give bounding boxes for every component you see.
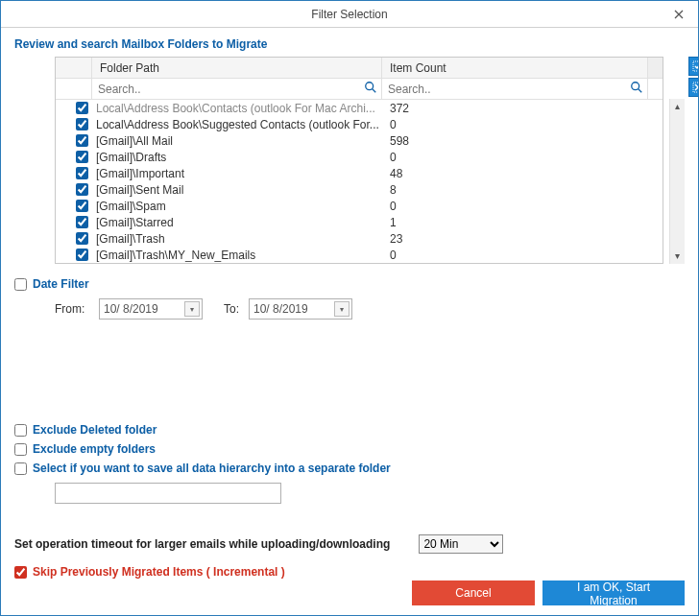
date-filter-checkbox[interactable]: [14, 278, 27, 291]
item-count-cell: 0: [382, 200, 647, 213]
row-checkbox[interactable]: [76, 200, 88, 212]
exclude-empty-checkbox[interactable]: [14, 443, 27, 456]
item-count-cell: 8: [382, 183, 647, 197]
col-folder-path[interactable]: Folder Path: [92, 58, 382, 78]
calendar-dropdown-icon[interactable]: ▾: [184, 301, 200, 317]
scroll-down-icon[interactable]: ▾: [675, 249, 680, 264]
folder-path-cell: [Gmail]\Important: [92, 167, 382, 180]
titlebar: Filter Selection: [1, 1, 698, 28]
row-checkbox[interactable]: [76, 216, 88, 228]
date-to-input[interactable]: 10/ 8/2019 ▾: [249, 298, 352, 320]
table-row[interactable]: [Gmail]\Drafts0: [56, 149, 663, 165]
item-count-cell: 0: [382, 151, 647, 164]
svg-point-2: [632, 83, 639, 90]
search-folder-input[interactable]: [92, 83, 381, 96]
search-icon[interactable]: [364, 81, 377, 97]
folder-path-cell: [Gmail]\All Mail: [92, 134, 382, 148]
svg-rect-5: [693, 83, 699, 92]
row-checkbox[interactable]: [76, 102, 88, 114]
item-count-cell: 372: [382, 102, 647, 115]
svg-line-3: [639, 89, 642, 93]
folder-grid: Folder Path Item Count: [55, 57, 663, 264]
skip-migrated-label: Skip Previously Migrated Items ( Increme…: [33, 565, 285, 579]
exclude-deleted-checkbox[interactable]: [14, 424, 27, 437]
svg-line-1: [373, 89, 376, 93]
separate-folder-checkbox[interactable]: [14, 462, 27, 475]
vertical-scrollbar[interactable]: ▴ ▾: [669, 99, 685, 264]
table-row[interactable]: [Gmail]\Sent Mail8: [56, 181, 663, 198]
item-count-cell: 1: [382, 216, 647, 229]
table-row[interactable]: Local\Address Book\Suggested Contacts (o…: [56, 116, 663, 132]
date-filter-label: Date Filter: [33, 277, 89, 291]
separate-folder-input[interactable]: [55, 483, 281, 504]
cancel-button[interactable]: Cancel: [412, 580, 535, 605]
timeout-label: Set operation timeout for larger emails …: [14, 537, 390, 551]
close-icon: [674, 10, 684, 19]
folder-path-cell: [Gmail]\Spam: [92, 200, 382, 213]
row-checkbox[interactable]: [76, 134, 88, 147]
folder-path-cell: Local\Address Book\Suggested Contacts (o…: [92, 118, 382, 131]
col-item-count[interactable]: Item Count: [382, 58, 647, 78]
svg-point-0: [366, 83, 374, 90]
row-checkbox[interactable]: [76, 167, 88, 179]
from-label: From:: [55, 302, 89, 316]
table-row[interactable]: [Gmail]\Trash23: [56, 230, 663, 247]
date-from-input[interactable]: 10/ 8/2019 ▾: [99, 298, 203, 320]
start-migration-button[interactable]: I am OK, Start Migration: [542, 580, 685, 605]
item-count-cell: 0: [382, 249, 647, 262]
row-checkbox[interactable]: [76, 118, 88, 130]
table-row[interactable]: Local\Address Book\Contacts (outlook For…: [56, 100, 663, 116]
to-label: To:: [212, 302, 239, 316]
select-all-button[interactable]: [688, 57, 699, 76]
item-count-cell: 598: [382, 134, 647, 148]
table-row[interactable]: [Gmail]\Trash\MY_New_Emails0: [56, 247, 663, 263]
window-title: Filter Selection: [311, 8, 387, 21]
item-count-cell: 23: [382, 232, 647, 246]
folder-path-cell: [Gmail]\Drafts: [92, 151, 382, 164]
folder-path-cell: [Gmail]\Trash\MY_New_Emails: [92, 249, 382, 262]
table-row[interactable]: [Gmail]\Starred1: [56, 214, 663, 230]
check-all-icon: [692, 60, 699, 72]
row-checkbox[interactable]: [76, 249, 88, 261]
search-count-input[interactable]: [382, 83, 647, 96]
table-row[interactable]: [Gmail]\Important48: [56, 165, 663, 181]
timeout-select[interactable]: 20 Min: [419, 534, 503, 554]
row-checkbox[interactable]: [76, 183, 88, 196]
row-checkbox[interactable]: [76, 232, 88, 245]
table-row[interactable]: [Gmail]\Spam0: [56, 198, 663, 214]
separate-folder-label: Select if you want to save all data hier…: [33, 462, 391, 475]
close-button[interactable]: [660, 1, 698, 27]
exclude-empty-label: Exclude empty folders: [33, 442, 156, 456]
search-icon[interactable]: [630, 81, 643, 97]
grid-header: Folder Path Item Count: [56, 58, 663, 79]
scroll-up-icon[interactable]: ▴: [675, 99, 680, 114]
exclude-deleted-label: Exclude Deleted folder: [33, 423, 157, 437]
folder-path-cell: Local\Address Book\Contacts (outlook For…: [92, 102, 382, 115]
row-checkbox[interactable]: [76, 151, 88, 163]
item-count-cell: 48: [382, 167, 647, 180]
page-subtitle: Review and search Mailbox Folders to Mig…: [14, 37, 685, 51]
table-row[interactable]: [Gmail]\All Mail598: [56, 132, 663, 149]
folder-path-cell: [Gmail]\Trash: [92, 232, 382, 246]
item-count-cell: 0: [382, 118, 647, 131]
uncheck-all-icon: [692, 82, 699, 93]
folder-path-cell: [Gmail]\Sent Mail: [92, 183, 382, 197]
folder-path-cell: [Gmail]\Starred: [92, 216, 382, 229]
calendar-dropdown-icon[interactable]: ▾: [334, 301, 350, 317]
deselect-all-button[interactable]: [688, 78, 699, 97]
skip-migrated-checkbox[interactable]: [14, 566, 27, 579]
